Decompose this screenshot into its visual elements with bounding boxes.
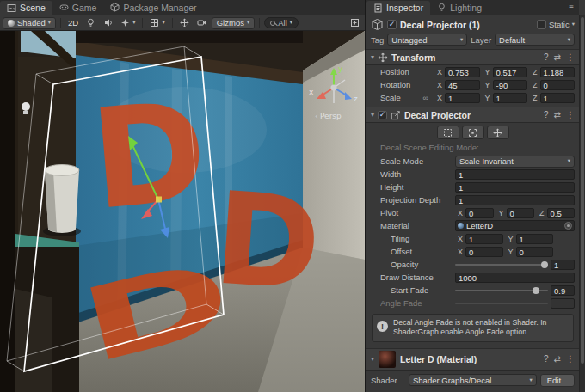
z-axis-label: Z xyxy=(539,209,545,217)
tab-scene-label: Scene xyxy=(20,3,46,13)
scrollbar-thumb[interactable] xyxy=(581,17,584,364)
scene-effects-dropdown[interactable]: ▾ xyxy=(118,17,138,29)
tiling-row: Tiling X1 Y1 xyxy=(366,232,579,245)
package-icon xyxy=(110,3,120,12)
material-header[interactable]: ▾ Letter D (Material) ? ⇄ ⋮ xyxy=(366,348,579,371)
angle-fade-row: Angle Fade xyxy=(366,297,579,309)
active-checkbox[interactable]: ✓ xyxy=(387,20,397,29)
object-picker-icon[interactable] xyxy=(564,222,572,230)
menu-icon[interactable]: ⋮ xyxy=(566,354,575,364)
height-field[interactable]: 1 xyxy=(455,182,575,193)
decal-edit-box-button[interactable] xyxy=(437,126,459,139)
inspector-scrollbar[interactable] xyxy=(579,15,585,392)
presets-icon[interactable]: ⇄ xyxy=(554,110,561,119)
width-field[interactable]: 1 xyxy=(455,169,575,180)
overlays-button[interactable] xyxy=(348,17,362,29)
panel-menu-icon[interactable]: ≡ xyxy=(563,3,579,12)
draw-mode-dropdown[interactable]: Shaded ▾ xyxy=(3,17,56,29)
decal-projector-header[interactable]: ▾ ✓ Decal Projector ? ⇄ ⋮ xyxy=(366,107,579,123)
menu-icon[interactable]: ⋮ xyxy=(566,110,575,119)
tab-lighting[interactable]: Lighting xyxy=(430,0,489,15)
help-icon[interactable]: ? xyxy=(544,52,549,62)
foldout-icon[interactable]: ▾ xyxy=(371,355,374,363)
material-object-field[interactable]: LetterD xyxy=(455,220,575,231)
rotation-x-field[interactable]: 45 xyxy=(445,80,479,90)
material-preview-thumbnail[interactable] xyxy=(379,351,396,368)
position-x-field[interactable]: 0.753 xyxy=(445,67,479,77)
component-enabled-checkbox[interactable]: ✓ xyxy=(378,111,387,119)
grid-visibility-dropdown[interactable]: ▾ xyxy=(147,17,167,29)
decal-edit-crop-button[interactable] xyxy=(462,126,484,139)
help-icon[interactable]: ? xyxy=(544,354,549,364)
projection-mode-label[interactable]: Persp xyxy=(320,112,342,120)
start-fade-slider-thumb[interactable] xyxy=(533,287,539,294)
opacity-slider-thumb[interactable] xyxy=(541,261,548,268)
tiling-label: Tiling xyxy=(380,234,453,243)
opacity-label: Opacity xyxy=(380,260,453,269)
tab-package-manager[interactable]: Package Manager xyxy=(103,0,203,15)
decal-edit-pivot-button[interactable] xyxy=(487,126,509,139)
presets-icon[interactable]: ⇄ xyxy=(554,52,561,62)
scale-x-field[interactable]: 1 xyxy=(445,93,479,103)
position-y-field[interactable]: 0.517 xyxy=(493,67,527,77)
y-axis-label: Y xyxy=(508,248,514,256)
gizmos-dropdown[interactable]: Gizmos ▾ xyxy=(212,17,255,29)
scene-camera-button[interactable] xyxy=(194,17,209,29)
x-axis-label: X xyxy=(458,235,463,243)
position-z-field[interactable]: 1.188 xyxy=(540,67,575,77)
pivot-z-field[interactable]: 0.5 xyxy=(547,208,575,218)
foldout-icon[interactable]: ▾ xyxy=(371,53,374,61)
shader-dropdown[interactable]: Shader Graphs/Decal ▾ xyxy=(409,374,537,386)
presets-icon[interactable]: ⇄ xyxy=(554,354,561,364)
tab-scene[interactable]: Scene xyxy=(0,1,52,15)
help-icon[interactable]: ? xyxy=(544,110,549,119)
pivot-x-field[interactable]: 0 xyxy=(465,208,493,218)
constrain-proportions-icon[interactable]: ∞ xyxy=(423,94,428,102)
left-post xyxy=(0,31,15,392)
paint-bucket xyxy=(43,165,81,237)
scene-viewport[interactable]: D D D xyxy=(0,31,365,392)
transform-header[interactable]: ▾ Transform ? ⇄ ⋮ xyxy=(366,49,579,65)
draw-distance-field[interactable]: 1000 xyxy=(455,273,575,283)
scene-search-input[interactable]: All ▾ xyxy=(264,17,299,28)
chevron-down-icon: ▾ xyxy=(162,20,164,26)
scale-y-field[interactable]: 1 xyxy=(493,93,527,103)
opacity-slider[interactable] xyxy=(455,260,548,270)
inspector-icon xyxy=(373,3,383,13)
scene-audio-toggle[interactable] xyxy=(101,17,115,29)
offset-x-field[interactable]: 0 xyxy=(465,247,502,257)
start-fade-slider[interactable] xyxy=(455,285,548,296)
tag-dropdown[interactable]: Untagged ▾ xyxy=(387,34,467,46)
layer-dropdown[interactable]: Default ▾ xyxy=(495,34,575,46)
check-icon: ✓ xyxy=(389,21,396,28)
object-name[interactable]: Decal Projector (1) xyxy=(400,20,533,30)
axis-z-label: z xyxy=(354,95,358,103)
tab-inspector[interactable]: Inspector xyxy=(366,1,430,15)
tool-handle-button[interactable] xyxy=(177,17,192,29)
start-fade-field[interactable]: 0.9 xyxy=(551,285,575,296)
chevron-down-icon[interactable]: ▾ xyxy=(572,21,575,28)
tab-game[interactable]: Game xyxy=(52,0,104,15)
search-icon xyxy=(270,21,275,26)
shader-edit-button[interactable]: Edit... xyxy=(540,374,575,387)
offset-y-field[interactable]: 0 xyxy=(516,247,553,257)
projection-depth-field[interactable]: 1 xyxy=(455,195,575,205)
foldout-icon[interactable]: ▾ xyxy=(371,111,374,119)
pivot-y-field[interactable]: 0 xyxy=(507,208,534,218)
static-label: Static xyxy=(549,20,570,29)
tiling-y-field[interactable]: 1 xyxy=(516,234,553,244)
scale-z-field[interactable]: 1 xyxy=(540,93,575,103)
2d-toggle[interactable]: 2D xyxy=(65,17,81,29)
opacity-field[interactable]: 1 xyxy=(551,260,575,270)
menu-icon[interactable]: ⋮ xyxy=(566,52,575,62)
material-label: Material xyxy=(380,221,453,230)
info-icon: ! xyxy=(377,321,388,332)
scale-mode-dropdown[interactable]: Scale Invariant ▾ xyxy=(455,156,575,168)
rotation-y-field[interactable]: -90 xyxy=(493,80,527,90)
scene-lighting-toggle[interactable] xyxy=(83,17,98,29)
z-axis-label: Z xyxy=(533,68,538,77)
tiling-x-field[interactable]: 1 xyxy=(465,234,502,244)
static-checkbox[interactable] xyxy=(537,20,546,29)
rotation-z-field[interactable]: 0 xyxy=(540,80,575,90)
draw-distance-row: Draw Distance 1000 xyxy=(366,271,579,284)
